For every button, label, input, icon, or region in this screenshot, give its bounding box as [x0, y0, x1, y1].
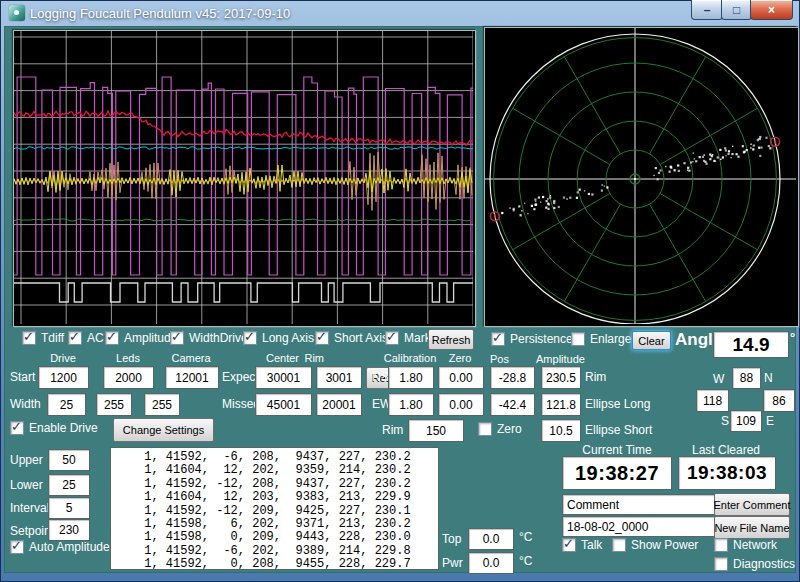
pos-header: Pos — [490, 353, 533, 365]
minimize-button[interactable]: – — [691, 0, 723, 20]
clear-button[interactable]: Clear — [632, 331, 671, 350]
talk-checkbox[interactable]: Talk — [562, 538, 602, 552]
setpoint-field[interactable]: 230 — [48, 519, 90, 541]
width-leds-field[interactable]: 255 — [96, 393, 132, 416]
show-power-checkbox[interactable]: Show Power — [612, 538, 698, 552]
upper-field[interactable]: 50 — [48, 449, 90, 471]
compass-west-display: 118 — [696, 389, 729, 412]
oscilloscope-canvas — [14, 31, 473, 324]
width-drive-field[interactable]: 25 — [47, 393, 86, 416]
amplitude-checkbox[interactable]: Amplitude — [105, 331, 177, 345]
pwr-temp-display: 0.0 — [468, 552, 514, 574]
widthdrive-checkbox[interactable]: WidthDrive — [170, 331, 248, 345]
ellipse-short-label: Ellipse Short — [585, 423, 652, 437]
top-temp-display: 0.0 — [468, 528, 514, 550]
checkbox-icon — [571, 332, 585, 346]
talk-label: Talk — [581, 538, 602, 552]
comment-input[interactable]: Comment — [562, 494, 716, 515]
checkbox-icon — [478, 422, 492, 436]
oscilloscope-panel — [13, 30, 476, 327]
compass-north-display: 88 — [732, 367, 761, 389]
tdiff-label: Tdiff — [41, 331, 64, 345]
calibration-header: Calibration — [383, 352, 437, 364]
missed-center-field: 45001 — [255, 393, 312, 416]
top-temp-unit: °C — [519, 530, 532, 544]
change-settings-button[interactable]: Change Settings — [113, 418, 214, 442]
window-title: Logging Foucault Pendulum v45: 2017-09-1… — [30, 6, 290, 21]
enlarge-checkbox[interactable]: Enlarge — [571, 332, 631, 346]
pwr-temp-unit: °C — [519, 554, 532, 568]
angle-unit: ° — [790, 330, 795, 345]
interval-field[interactable]: 5 — [48, 497, 90, 519]
diagnostics-checkbox[interactable]: Diagnostics — [714, 557, 795, 571]
compass-south-display: 109 — [730, 410, 762, 432]
polar-plot-panel — [484, 27, 799, 327]
start-drive-field[interactable]: 1200 — [38, 366, 89, 389]
new-file-name-button[interactable]: New File Name — [714, 516, 790, 539]
start-leds-field[interactable]: 2000 — [103, 366, 154, 389]
upper-label: Upper — [10, 453, 43, 467]
start-camera-field[interactable]: 12001 — [165, 366, 219, 389]
data-log[interactable]: 1, 41592, -6, 208, 9437, 227, 230.2 1, 4… — [110, 447, 439, 570]
rim-calibration-field[interactable]: 150 — [408, 419, 464, 442]
short-axis-checkbox[interactable]: Short Axis — [315, 331, 388, 345]
checkbox-icon — [22, 331, 36, 345]
checkbox-icon — [562, 538, 576, 552]
compass-s-label: S — [721, 414, 729, 428]
long-axis-checkbox[interactable]: Long Axis — [243, 331, 314, 345]
auto-amplitude-checkbox[interactable]: Auto Amplitude — [10, 540, 110, 554]
ns-calibration-field[interactable]: 1.80 — [388, 366, 434, 389]
persistence-label: Persistence — [510, 332, 573, 346]
short-axis-label: Short Axis — [334, 331, 388, 345]
ellipse-long-label: Ellipse Long — [585, 397, 650, 411]
compass-east-display: 86 — [763, 389, 795, 412]
zero-checkbox[interactable]: Zero — [478, 422, 522, 436]
checkbox-icon — [491, 332, 505, 346]
filename-input[interactable]: 18-08-02_0000 — [562, 516, 716, 537]
minimize-icon: – — [704, 3, 711, 17]
leds-header: Leds — [103, 352, 153, 364]
network-label: Network — [733, 538, 777, 552]
ew-zero-field[interactable]: 0.00 — [438, 393, 484, 416]
ns-zero-field[interactable]: 0.00 — [438, 366, 484, 389]
persistence-checkbox[interactable]: Persistence — [491, 332, 573, 346]
interval-label: Interval — [10, 501, 49, 515]
log-text: 1, 41592, -6, 208, 9437, 227, 230.2 1, 4… — [111, 448, 438, 570]
lower-field[interactable]: 25 — [48, 474, 90, 496]
rim-header: Rim — [264, 352, 324, 364]
compass-e-label: E — [766, 414, 774, 428]
close-button[interactable]: × — [750, 0, 793, 20]
ellipse-short-display: 10.5 — [541, 419, 581, 442]
checkbox-icon — [612, 538, 626, 552]
ac-label: AC — [87, 331, 104, 345]
network-checkbox[interactable]: Network — [714, 538, 777, 552]
diagnostics-label: Diagnostics — [733, 557, 795, 571]
start-label: Start — [10, 370, 35, 384]
zero-header: Zero — [438, 352, 482, 364]
ac-checkbox[interactable]: AC — [68, 331, 104, 345]
maximize-icon: □ — [733, 3, 740, 17]
checkbox-icon — [105, 331, 119, 345]
checkbox-icon — [243, 331, 257, 345]
enter-comment-button[interactable]: Enter Comment — [714, 493, 790, 516]
app-window: Logging Foucault Pendulum v45: 2017-09-1… — [0, 0, 800, 582]
rim-suffix-label: Rim — [585, 370, 606, 384]
ns-amplitude-display: 230.5 — [541, 366, 581, 389]
tdiff-checkbox[interactable]: Tdiff — [22, 331, 64, 345]
enlarge-label: Enlarge — [590, 332, 631, 346]
title-bar[interactable]: Logging Foucault Pendulum v45: 2017-09-1… — [0, 0, 800, 26]
last-cleared-display: 19:38:03 — [678, 456, 776, 490]
ns-pos-display: -28.8 — [490, 366, 535, 389]
width-camera-field[interactable]: 255 — [144, 393, 180, 416]
rim-row-label: Rim — [382, 423, 403, 437]
ew-calibration-field[interactable]: 1.80 — [388, 393, 434, 416]
refresh-button[interactable]: Refresh — [428, 329, 474, 350]
close-icon: × — [768, 3, 775, 17]
maximize-button[interactable]: □ — [721, 0, 752, 20]
angle-display: 14.9 — [713, 331, 789, 358]
expect-label: Expect — [222, 370, 259, 384]
compass-w-label: W — [713, 372, 724, 386]
checkbox-icon — [385, 331, 399, 345]
enable-drive-checkbox[interactable]: Enable Drive — [10, 421, 98, 435]
checkbox-icon — [10, 421, 24, 435]
